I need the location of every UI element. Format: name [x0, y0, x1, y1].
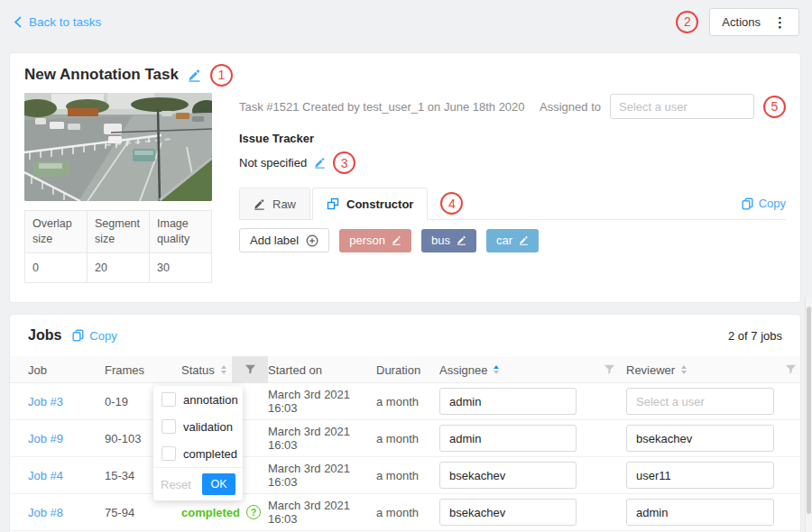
assignee-input[interactable]	[439, 388, 577, 415]
reviewer-filter-button[interactable]	[781, 356, 800, 383]
filter-option-validation[interactable]: validation	[153, 413, 243, 440]
column-header-started: Started on	[268, 356, 376, 383]
label-chip-car-name: car	[496, 234, 512, 247]
param-value-segment: 20	[88, 252, 150, 282]
annotation-circle-5: 5	[763, 96, 786, 118]
checkbox-validation[interactable]	[161, 419, 176, 434]
column-header-status[interactable]: Status	[181, 356, 232, 383]
plus-circle-icon	[306, 234, 318, 247]
filter-reset-button[interactable]: Reset	[161, 478, 191, 491]
assignee-input[interactable]	[439, 425, 577, 452]
param-header-segment: Segment size	[88, 211, 150, 253]
page-scrollbar[interactable]	[805, 298, 812, 532]
task-meta-text: Task #1521 Created by test_user_1 on Jun…	[239, 100, 540, 114]
label-chip-person-name: person	[349, 234, 385, 247]
param-value-overlap: 0	[25, 252, 88, 282]
label-chip-bus-name: bus	[431, 234, 450, 247]
started-cell: March 3rd 2021 16:03	[268, 499, 376, 526]
status-filter-dropdown: annotation validation completed Reset OK	[153, 386, 243, 500]
edit-issue-tracker-icon[interactable]	[314, 157, 326, 169]
annotation-circle-2: 2	[676, 11, 698, 33]
assignee-input[interactable]	[439, 462, 577, 489]
checkbox-annotation[interactable]	[161, 392, 176, 407]
scrollbar-thumb[interactable]	[807, 307, 811, 514]
assignee-filter-button[interactable]	[593, 356, 626, 383]
copy-icon	[72, 329, 84, 342]
status-filter-button[interactable]	[232, 356, 268, 383]
funnel-icon	[785, 364, 797, 375]
reviewer-input[interactable]	[626, 388, 774, 415]
started-cell: March 3rd 2021 16:03	[268, 388, 376, 415]
param-header-quality: Image quality	[150, 211, 212, 253]
labels-copy-link[interactable]: Copy	[742, 197, 786, 210]
started-cell: March 3rd 2021 16:03	[268, 462, 376, 489]
duration-cell: a month	[376, 506, 439, 519]
pencil-icon	[457, 235, 466, 245]
filter-option-annotation[interactable]: annotation	[153, 386, 243, 413]
funnel-icon	[604, 364, 615, 375]
labels-copy-label: Copy	[759, 197, 786, 210]
funnel-icon	[245, 364, 256, 375]
job-link[interactable]: Job #9	[28, 432, 63, 445]
label-chip-person[interactable]: person	[339, 229, 411, 252]
duration-cell: a month	[376, 395, 439, 408]
tab-constructor-label: Constructor	[346, 197, 413, 211]
task-assignee-input[interactable]	[610, 94, 754, 119]
pencil-icon	[519, 235, 529, 245]
jobs-copy-link[interactable]: Copy	[72, 329, 116, 343]
tab-raw[interactable]: Raw	[239, 188, 310, 219]
job-link[interactable]: Job #3	[28, 395, 63, 408]
duration-cell: a month	[376, 469, 439, 482]
tab-constructor[interactable]: Constructor	[312, 188, 428, 219]
edit-title-icon[interactable]	[188, 69, 201, 82]
block-icon	[327, 197, 339, 210]
column-header-duration: Duration	[376, 356, 439, 383]
copy-icon	[742, 197, 753, 210]
issue-tracker-label: Issue Tracker	[239, 132, 786, 145]
column-header-reviewer[interactable]: Reviewer	[626, 356, 781, 383]
jobs-card: Jobs Copy 2 of 7 jobs Job Frames Status	[9, 314, 801, 532]
job-row-3: Job #3 0-19 March 3rd 2021 16:03 a month	[10, 383, 800, 420]
filter-ok-button[interactable]: OK	[202, 473, 235, 495]
filter-option-completed[interactable]: completed	[153, 440, 243, 467]
job-link[interactable]: Job #4	[28, 469, 63, 482]
column-header-assignee[interactable]: Assignee	[439, 356, 593, 383]
annotation-circle-1: 1	[210, 64, 233, 87]
jobs-title: Jobs	[28, 327, 61, 344]
question-circle-icon[interactable]: ?	[246, 505, 261, 519]
pencil-icon	[254, 198, 265, 210]
chevron-left-icon	[13, 16, 23, 28]
label-chip-bus[interactable]: bus	[421, 229, 476, 252]
task-details-card: New Annotation Task 1	[9, 52, 801, 303]
labels-constructor: Add label person bus	[239, 228, 786, 252]
started-cell: March 3rd 2021 16:03	[268, 425, 376, 452]
checkbox-completed[interactable]	[161, 446, 176, 461]
column-header-job: Job	[28, 356, 105, 383]
jobs-count: 2 of 7 jobs	[728, 329, 782, 343]
filter-option-validation-label: validation	[183, 420, 233, 434]
add-label-button[interactable]: Add label	[239, 228, 329, 252]
assignee-input[interactable]	[439, 499, 577, 526]
assigned-to-label: Assigned to	[540, 100, 601, 114]
top-bar: Back to tasks 2 Actions ⋮	[0, 0, 812, 43]
job-link[interactable]: Job #8	[28, 506, 63, 519]
sort-icon-reviewer	[681, 365, 687, 374]
task-title: New Annotation Task	[24, 66, 179, 84]
back-to-tasks-link[interactable]: Back to tasks	[13, 15, 101, 29]
back-to-tasks-label: Back to tasks	[29, 15, 101, 29]
actions-button[interactable]: Actions ⋮	[709, 8, 799, 36]
sort-icon-assignee-active	[494, 365, 499, 374]
column-header-frames: Frames	[105, 356, 181, 383]
annotation-circle-3: 3	[333, 151, 355, 174]
sort-icon-status	[221, 365, 226, 374]
frames-cell: 75-94	[105, 506, 181, 519]
job-row-4: Job #4 15-34 March 3rd 2021 16:03 a mont…	[10, 457, 800, 494]
reviewer-input[interactable]	[626, 499, 774, 526]
reviewer-input[interactable]	[626, 462, 774, 489]
job-row-9: Job #9 90-103 March 3rd 2021 16:03 a mon…	[10, 420, 800, 457]
reviewer-input[interactable]	[626, 425, 774, 452]
label-chip-car[interactable]: car	[486, 229, 539, 252]
duration-cell: a month	[376, 432, 439, 445]
more-vertical-icon: ⋮	[773, 15, 787, 29]
actions-label: Actions	[722, 15, 761, 29]
